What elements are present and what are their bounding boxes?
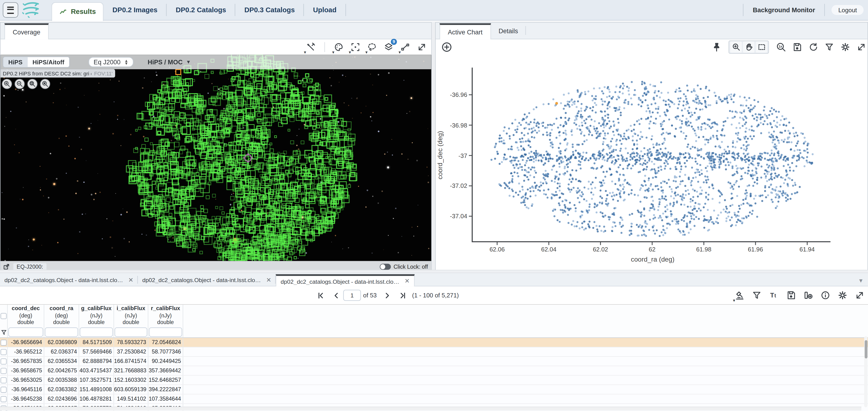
recenter-icon[interactable]: ▾: [349, 41, 362, 53]
expand-icon[interactable]: [854, 289, 866, 301]
nav-tab-dp0-2-images[interactable]: DP0.2 Images: [103, 0, 166, 20]
tab-coverage[interactable]: Coverage: [4, 23, 49, 39]
background-monitor-button[interactable]: Background Monitor: [743, 7, 825, 13]
x-tick-label: 62.06: [480, 246, 514, 253]
column-header-coord_dec[interactable]: coord_dec(deg)double: [8, 305, 44, 327]
row-checkbox[interactable]: [0, 386, 7, 392]
column-filter-input-coord_ra[interactable]: [45, 327, 78, 337]
tab-active-chart[interactable]: Active Chart: [440, 23, 491, 39]
coordinate-system-select[interactable]: Eq J2000 ▲▼: [89, 57, 133, 67]
row-checkbox[interactable]: [0, 358, 7, 364]
sky-image-viewport[interactable]: HiPS HiPS/Aitoff Eq J2000 ▲▼ HiPS / MOC …: [0, 55, 431, 261]
row-checkbox[interactable]: [0, 340, 7, 346]
hamburger-menu-icon[interactable]: [3, 2, 19, 18]
scrollbar-thumb[interactable]: [865, 340, 867, 358]
rotate-icon[interactable]: [807, 41, 819, 53]
expand-readout-icon[interactable]: [3, 263, 10, 270]
page-number-input[interactable]: [343, 290, 361, 301]
sky-image-canvas[interactable]: [0, 55, 431, 261]
table-row[interactable]: -36.965867562.0042675403.4715437321.7668…: [0, 366, 868, 376]
table-row[interactable]: -36.964511662.0363382151.4891008603.6059…: [0, 385, 868, 394]
table-row[interactable]: -36.964523862.0243696106.4878281149.5141…: [0, 394, 868, 404]
zoom-in-button[interactable]: [2, 79, 12, 89]
zoom-fill-button[interactable]: [40, 79, 51, 89]
column-header-g_calibFlux[interactable]: g_calibFlux(nJy)double: [79, 305, 114, 327]
pan-icon[interactable]: [743, 41, 754, 53]
extract-icon[interactable]: ▾: [399, 41, 411, 53]
row-checkbox[interactable]: [0, 349, 7, 355]
table-row[interactable]: -36.965669462.036980984.517150978.593327…: [0, 338, 868, 347]
click-lock-toggle[interactable]: [380, 263, 391, 270]
logout-button[interactable]: Logout: [832, 5, 864, 15]
nav-tab-dp0-3-catalogs[interactable]: DP0.3 Catalogs: [236, 0, 304, 20]
column-filter-input-i_calibFlux[interactable]: [115, 327, 147, 337]
tab-details[interactable]: Details: [491, 23, 526, 39]
add-column-icon[interactable]: [802, 289, 814, 301]
table-tab-2[interactable]: dp02_dc2_catalogs.Object - data-int.lsst…: [138, 274, 276, 286]
hips-moc-menu[interactable]: HiPS / MOC ▼: [148, 59, 191, 65]
tabs-overflow-icon[interactable]: ▼: [858, 277, 864, 284]
row-checkbox[interactable]: [0, 396, 7, 402]
close-tab-icon[interactable]: ✕: [266, 276, 271, 284]
text-view-icon[interactable]: Tt: [768, 289, 780, 301]
scatter-plot-canvas[interactable]: [468, 68, 834, 246]
table-cell: 166.8741574: [114, 357, 148, 366]
close-tab-icon[interactable]: ✕: [405, 277, 410, 285]
table-row[interactable]: -36.965302562.0035388107.3527571152.1603…: [0, 376, 868, 385]
panel-splitter-vertical[interactable]: [432, 22, 435, 270]
row-filter-icon[interactable]: [0, 327, 8, 337]
zoom-1x-icon[interactable]: 1x: [775, 41, 787, 53]
settings-icon[interactable]: [836, 289, 849, 301]
nav-tab-dp0-2-catalogs[interactable]: DP0.2 Catalogs: [167, 0, 235, 20]
hips-toggle-option-hips[interactable]: HiPS: [3, 57, 28, 67]
table-horizontal-scrollbar[interactable]: [0, 407, 861, 410]
row-checkbox[interactable]: [0, 368, 7, 374]
zoom-out-button[interactable]: [14, 79, 25, 89]
next-page-button[interactable]: [382, 290, 392, 300]
pin-icon[interactable]: [710, 41, 722, 53]
panel-splitter-horizontal[interactable]: [0, 270, 868, 273]
settings-icon[interactable]: [839, 41, 851, 53]
prev-page-button[interactable]: [331, 290, 341, 300]
table-vertical-scrollbar[interactable]: [864, 336, 868, 407]
image-zoom-controls: [2, 79, 51, 89]
column-header-coord_ra[interactable]: coord_ra(deg)double: [44, 305, 79, 327]
table-tab-3[interactable]: dp02_dc2_catalogs.Object - data-int.lsst…: [276, 274, 415, 287]
column-filter-input-coord_dec[interactable]: [8, 327, 43, 337]
expand-icon[interactable]: [855, 41, 868, 53]
zoom-fit-button[interactable]: [27, 79, 38, 89]
select-spinner-icon: ▲▼: [124, 59, 128, 65]
lasso-icon[interactable]: ▾: [366, 41, 378, 53]
filter-icon[interactable]: [823, 41, 836, 53]
table-cell: 62.8888794: [79, 357, 114, 366]
table-tab-1[interactable]: dp02_dc2_catalogs.Object - data-int.lsst…: [0, 274, 138, 286]
nav-tab-upload[interactable]: Upload: [304, 0, 345, 20]
column-filter-input-r_calibFlux[interactable]: [149, 327, 182, 337]
first-page-button[interactable]: [315, 290, 326, 300]
microscope-icon[interactable]: ▾: [734, 289, 746, 301]
last-page-button[interactable]: [398, 290, 408, 300]
nav-tab-results[interactable]: Results: [52, 2, 103, 21]
column-header-i_calibFlux[interactable]: i_calibFlux(nJy)double: [114, 305, 148, 327]
column-header-r_calibFlux[interactable]: r_calibFlux(nJy)double: [148, 305, 183, 327]
close-tab-icon[interactable]: ✕: [128, 276, 133, 284]
column-filter-input-g_calibFlux[interactable]: [80, 327, 113, 337]
zoom-in-icon[interactable]: [730, 41, 742, 53]
select-all-checkbox[interactable]: [0, 313, 7, 319]
layers-icon[interactable]: 9: [382, 41, 395, 53]
save-icon[interactable]: [785, 289, 797, 301]
palette-icon[interactable]: ▾: [333, 41, 345, 53]
filter-icon[interactable]: [751, 289, 763, 301]
table-tab-label: dp02_dc2_catalogs.Object - data-int.lsst…: [142, 276, 262, 283]
hips-toggle-option-aitoff[interactable]: HiPS/Aitoff: [28, 57, 69, 67]
row-checkbox[interactable]: [0, 377, 7, 383]
tools-icon[interactable]: ▾: [305, 41, 317, 53]
save-icon[interactable]: [791, 41, 803, 53]
plus-circle-icon[interactable]: [441, 41, 453, 53]
table-row[interactable]: -36.96521262.03637457.566946637.25308425…: [0, 347, 868, 357]
expand-icon[interactable]: [415, 41, 428, 53]
table-cell: 72.0546824: [148, 338, 183, 347]
select-rect-icon[interactable]: [756, 41, 767, 53]
info-icon[interactable]: [819, 289, 832, 301]
table-row[interactable]: -36.965783562.036553462.8888794166.87415…: [0, 357, 868, 366]
